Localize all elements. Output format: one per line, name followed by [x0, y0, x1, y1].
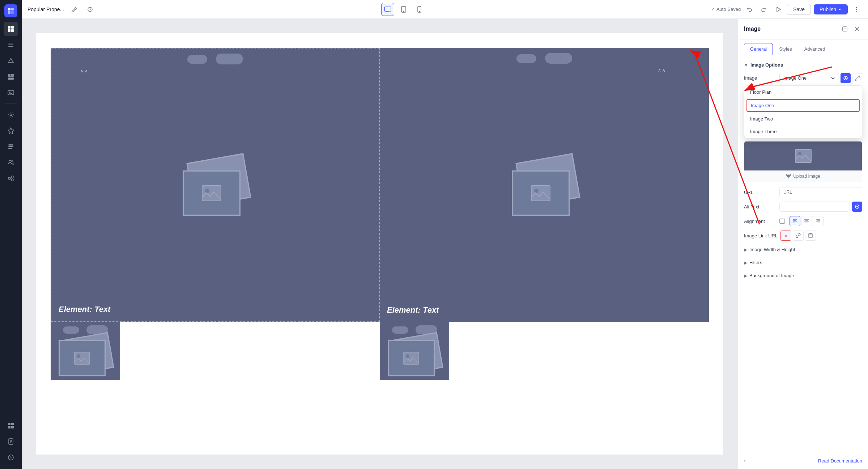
footer-nav[interactable]: ‹	[744, 457, 746, 464]
clouds-2	[380, 54, 709, 64]
sidebar-item-users[interactable]	[4, 155, 18, 170]
svg-point-48	[856, 7, 857, 8]
align-center-button[interactable]	[801, 216, 812, 226]
image-width-height-section[interactable]: ▶ Image Width & Height	[738, 243, 868, 256]
sidebar-item-integrations[interactable]	[4, 171, 18, 186]
publish-button[interactable]: Publish	[814, 4, 848, 14]
svg-rect-40	[384, 7, 391, 11]
image-placeholder-3	[53, 333, 118, 376]
tablet-device-btn[interactable]	[397, 3, 410, 16]
url-control	[779, 187, 862, 197]
svg-line-28	[10, 179, 12, 179]
svg-rect-57	[404, 352, 419, 364]
save-button[interactable]: Save	[787, 4, 811, 15]
image-placeholder-2	[505, 154, 584, 216]
alt-text-dynamic-btn[interactable]	[852, 202, 862, 212]
svg-rect-1	[11, 8, 14, 10]
align-right-button[interactable]	[813, 216, 824, 226]
main-canvas: ∧ ∧ Element: Text	[22, 19, 738, 469]
sidebar-item-media[interactable]	[4, 85, 18, 100]
panel-close-button[interactable]	[852, 24, 862, 34]
image-card-1[interactable]: ∧ ∧ Element: Text	[51, 48, 380, 322]
sidebar-divider-1	[5, 103, 17, 104]
svg-rect-8	[8, 43, 13, 43]
svg-rect-0	[8, 8, 10, 10]
sidebar-item-list[interactable]	[4, 139, 18, 154]
panel-minimize-button[interactable]	[840, 24, 850, 34]
image-dropdown-menu-container: Floor Plan Image One Image Two Image Thr…	[744, 85, 862, 138]
tab-general[interactable]: General	[744, 43, 773, 55]
panel-footer: ‹ Read Documentation	[738, 452, 868, 469]
section-arrow: ▼	[744, 63, 748, 68]
alignment-buttons	[790, 216, 824, 226]
clouds-1	[51, 55, 379, 64]
url-input[interactable]	[779, 187, 862, 197]
image-dropdown-trigger[interactable]: Image One	[779, 73, 839, 83]
dropdown-item-image-one[interactable]: Image One	[746, 99, 860, 112]
sidebar-item-pages[interactable]	[4, 434, 18, 449]
svg-rect-88	[809, 233, 812, 238]
upload-image-button[interactable]: Upload Image	[744, 171, 862, 182]
sidebar-item-components[interactable]	[4, 418, 18, 433]
image-card-3[interactable]	[51, 322, 120, 380]
read-documentation-link[interactable]: Read Documentation	[818, 458, 862, 464]
svg-rect-13	[8, 76, 14, 77]
link-url-button[interactable]	[793, 231, 804, 241]
svg-point-23	[12, 160, 13, 162]
svg-line-27	[10, 178, 12, 178]
dropdown-item-image-three[interactable]: Image Three	[744, 125, 862, 138]
menu-button[interactable]	[851, 4, 862, 15]
history-button[interactable]	[84, 4, 96, 15]
dropdown-item-image-two[interactable]: Image Two	[744, 113, 862, 125]
sidebar-item-settings[interactable]	[4, 107, 18, 122]
tab-styles[interactable]: Styles	[773, 43, 798, 55]
image-expand-button[interactable]	[852, 73, 862, 83]
tab-advanced[interactable]: Advanced	[798, 43, 831, 55]
sidebar-item-grid[interactable]	[4, 22, 18, 36]
sidebar-item-plugins[interactable]	[4, 123, 18, 138]
sidebar-item-shapes[interactable]	[4, 54, 18, 68]
svg-point-17	[10, 114, 12, 116]
redo-button[interactable]	[758, 4, 770, 15]
align-left-button[interactable]	[790, 216, 800, 226]
dropdown-item-floor-plan[interactable]: Floor Plan	[744, 86, 862, 98]
right-panel: Image General Styles Advanced ▼	[738, 19, 868, 469]
background-label: Background of Image	[749, 273, 794, 278]
desktop-device-btn[interactable]	[381, 3, 394, 16]
pin-button[interactable]	[68, 4, 80, 15]
filters-section[interactable]: ▶ Filters	[738, 256, 868, 269]
svg-marker-47	[777, 7, 780, 12]
svg-rect-20	[8, 146, 13, 147]
cloud-icon	[216, 54, 243, 64]
sidebar-item-widgets[interactable]	[4, 69, 18, 84]
link-clear-button[interactable]: ×	[780, 231, 791, 241]
svg-rect-9	[8, 45, 13, 45]
link-page-button[interactable]	[805, 231, 816, 241]
panel-tabs: General Styles Advanced	[738, 39, 868, 55]
panel-body: ▼ Image Options Image Image One	[738, 55, 868, 452]
image-options-section[interactable]: ▼ Image Options	[738, 59, 868, 71]
cloud-icon	[63, 326, 79, 334]
sidebar-item-history[interactable]	[4, 450, 18, 465]
image-card-4[interactable]	[380, 322, 449, 380]
img-front	[388, 340, 435, 376]
image-field-row: Image Image One	[738, 71, 868, 85]
svg-point-24	[8, 177, 10, 179]
svg-marker-18	[8, 128, 14, 134]
url-label: URL	[744, 190, 776, 195]
upload-area: Upload Image	[744, 141, 862, 182]
alt-text-input[interactable]	[779, 202, 850, 212]
undo-button[interactable]	[744, 4, 755, 15]
sidebar-item-layers[interactable]	[4, 38, 18, 52]
sidebar-logo[interactable]	[4, 4, 17, 17]
mobile-device-btn[interactable]	[413, 3, 426, 16]
preview-button[interactable]	[773, 4, 784, 15]
bird-icon: ∧ ∧	[658, 68, 665, 73]
image-dynamic-button[interactable]	[841, 73, 851, 83]
svg-point-46	[419, 11, 420, 12]
topbar-right: ✓ Auto Saved Save Publish	[711, 4, 862, 15]
background-section[interactable]: ▶ Background of Image	[738, 269, 868, 282]
alignment-control	[779, 216, 862, 226]
image-card-2[interactable]: ∧ ∧ Element: Text	[380, 48, 709, 322]
image-field-control: Image One	[779, 73, 862, 83]
